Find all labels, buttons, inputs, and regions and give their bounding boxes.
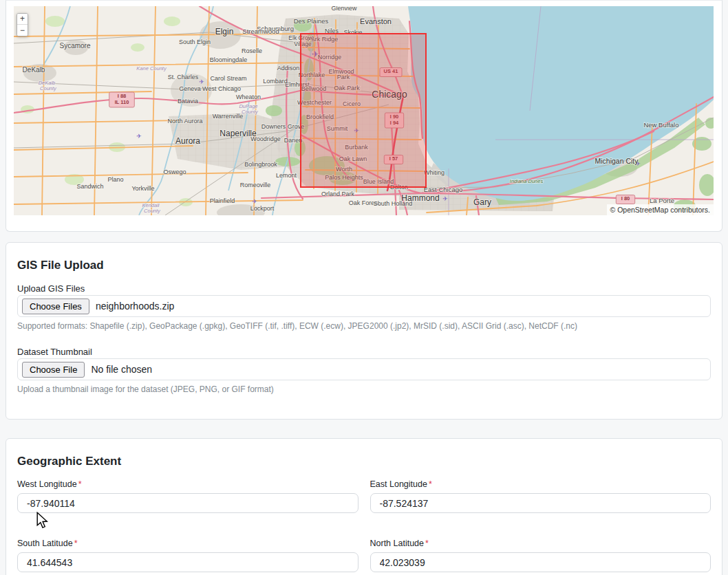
extent-fields-grid: West Longitude* East Longitude* South La… [17,479,711,572]
south-latitude-label: South Latitude* [17,538,358,549]
svg-text:Carol Stream: Carol Stream [210,75,246,82]
required-asterisk: * [78,479,82,489]
svg-text:Lockport: Lockport [250,205,275,212]
south-latitude-field: South Latitude* [17,538,358,572]
west-longitude-label: West Longitude* [17,479,358,490]
gis-files-filename: neighborhoods.zip [96,301,174,312]
north-latitude-input[interactable] [370,552,711,572]
svg-text:Elgin: Elgin [215,27,234,36]
svg-text:South Elgin: South Elgin [179,39,211,45]
svg-text:Bloomingdale: Bloomingdale [210,56,248,63]
svg-text:New Buffalo: New Buffalo [643,121,678,129]
thumbnail-hint: Upload a thumbnail image for the dataset… [17,384,711,395]
svg-text:Wheaton: Wheaton [236,94,261,100]
page: { "map": { "zoom_in_label": "+", "zoom_o… [0,0,728,575]
svg-text:Addison: Addison [277,65,300,72]
svg-text:Michigan City: Michigan City [595,157,639,165]
svg-text:✈: ✈ [199,78,204,85]
svg-text:West Chicago: West Chicago [202,85,241,92]
svg-text:Bolingbrook: Bolingbrook [244,161,277,168]
supported-formats-hint: Supported formats: Shapefile (.zip), Geo… [17,321,711,332]
svg-text:Hammond: Hammond [401,193,439,203]
svg-text:Oswego: Oswego [163,169,186,175]
choose-file-button[interactable]: Choose File [22,362,85,378]
svg-text:Des Plaines: Des Plaines [294,17,329,25]
map-selection-rectangle[interactable] [301,34,426,187]
svg-text:Darien: Darien [284,137,303,144]
east-longitude-field: East Longitude* [370,479,711,513]
south-latitude-input[interactable] [17,552,358,572]
svg-text:✈: ✈ [442,195,448,202]
svg-text:Kane County: Kane County [136,65,167,72]
svg-text:East Chicago: East Chicago [424,186,463,193]
svg-text:Plainfield: Plainfield [210,197,235,204]
west-longitude-field: West Longitude* [17,479,358,513]
svg-text:Glenview: Glenview [331,6,357,12]
svg-text:✈: ✈ [252,198,257,205]
dataset-thumbnail-label: Dataset Thumbnail [17,347,711,358]
thumbnail-file-input[interactable]: Choose File No file chosen [17,358,711,380]
svg-text:Plano: Plano [107,176,123,183]
svg-text:North Aurora: North Aurora [167,118,202,124]
map-zoom-control: + − [17,13,28,36]
gis-files-file-input[interactable]: Choose Files neighborhoods.zip [17,295,711,317]
svg-text:Lemont: Lemont [276,172,297,179]
west-longitude-input[interactable] [17,493,358,513]
map-section: ✈✈✈✈✈✈✈ I 88IL 110US 41I 90I 94I 57I 80 … [6,0,722,232]
north-latitude-label: North Latitude* [370,538,711,549]
svg-text:Orland Park: Orland Park [321,191,355,197]
svg-text:Warrenville: Warrenville [213,113,244,120]
svg-text:DeKalb: DeKalb [23,66,45,74]
geographic-extent-title: Geographic Extent [17,454,711,468]
thumbnail-filename: No file chosen [91,364,152,375]
svg-text:County: County [144,208,161,214]
svg-text:Geneva: Geneva [179,85,201,92]
upload-gis-files-label: Upload GIS Files [17,283,711,294]
svg-text:Downers Grove: Downers Grove [261,123,305,130]
svg-text:I 88: I 88 [118,93,127,99]
map-attribution: © OpenStreetMap contributors. [607,204,714,215]
svg-text:Aurora: Aurora [175,136,200,146]
svg-text:Whiting: Whiting [424,169,445,176]
map-canvas[interactable]: ✈✈✈✈✈✈✈ I 88IL 110US 41I 90I 94I 57I 80 … [14,6,714,215]
required-asterisk: * [74,539,78,548]
svg-text:Streamwood: Streamwood [242,28,279,35]
gis-file-upload-section: GIS File Upload Upload GIS Files Choose … [6,242,722,420]
east-longitude-input[interactable] [370,493,711,513]
svg-text:St. Charles: St. Charles [168,74,199,80]
svg-text:IL 110: IL 110 [115,99,129,105]
svg-text:Indiana Dunes: Indiana Dunes [510,178,544,184]
svg-text:Woodridge: Woodridge [250,135,280,142]
svg-text:Sycamore: Sycamore [59,42,90,50]
svg-text:County: County [40,85,57,91]
north-latitude-field: North Latitude* [370,538,711,572]
svg-text:Roselle: Roselle [242,47,262,54]
svg-text:La Porte: La Porte [650,197,674,204]
svg-text:County: County [242,109,259,115]
choose-files-button[interactable]: Choose Files [22,299,89,314]
svg-text:Evanston: Evanston [360,17,392,25]
svg-text:✈: ✈ [136,133,142,140]
svg-text:I 80: I 80 [621,195,630,202]
geographic-extent-section: Geographic Extent West Longitude* East L… [6,438,722,575]
map-zoom-in-button[interactable]: + [17,14,28,25]
svg-text:Sandwich: Sandwich [76,183,103,190]
gis-upload-title: GIS File Upload [17,258,711,272]
svg-text:Lombard: Lombard [263,78,288,85]
required-asterisk: * [429,479,432,489]
required-asterisk: * [425,539,429,548]
svg-text:Yorkville: Yorkville [131,185,154,192]
svg-text:Batavia: Batavia [178,98,198,105]
map[interactable]: ✈✈✈✈✈✈✈ I 88IL 110US 41I 90I 94I 57I 80 … [14,6,714,215]
east-longitude-label: East Longitude* [370,479,711,490]
map-zoom-out-button[interactable]: − [17,25,28,36]
svg-text:Gary: Gary [473,197,491,207]
svg-text:Romeoville: Romeoville [240,182,271,188]
